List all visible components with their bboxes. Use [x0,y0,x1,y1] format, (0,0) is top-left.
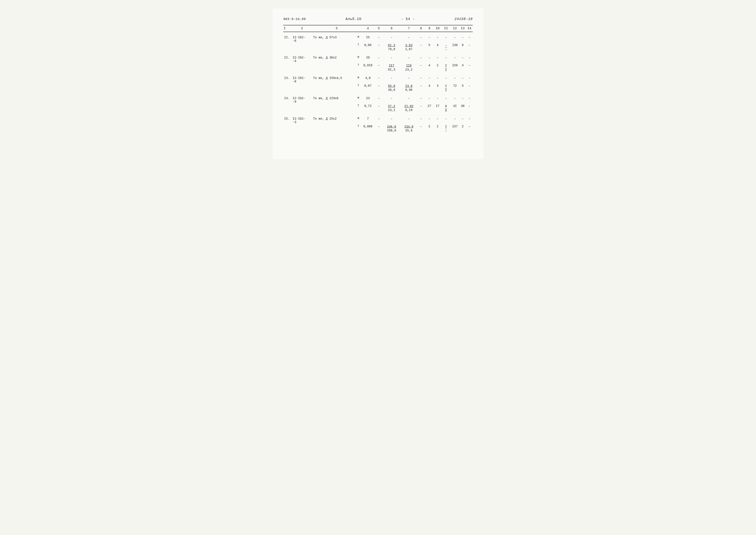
row-col12-t: 72 [450,84,459,93]
row-col4-t: 0,OI8 [361,63,375,72]
row-col8-m: – [417,35,425,43]
row-col13-m: – [459,96,466,104]
row-col8-m: – [417,76,425,84]
row-col7-t: I34,0 25,6 [401,124,417,133]
row-col10-t: 3 [434,84,442,93]
row-col6-t: 246,0 IO6,0 [383,124,400,133]
row-col12-m: – [450,55,459,63]
row-number: I4. [283,96,292,104]
row-number: II. [283,35,292,43]
column-headers: I 2 3 4 5 6 7 8 9 IO II I2 I3 I4 [283,25,473,32]
row-col10-m: – [434,35,442,43]
row-col9-m: – [425,35,434,43]
row-col14-t: – [466,84,473,93]
row-col12-t: 237 [450,124,459,133]
row-col10-t: 2 [434,63,442,72]
table-row: I2. I2-I62- -4 То же, Д 38х2 М IO – – – … [283,55,473,63]
row-id: I2-I62- -3 [292,117,312,124]
row-col11-m: – [442,76,451,84]
table-row: I5. I2-I62- -3 То же, Д 25х2 М 7 – – – –… [283,117,473,124]
row-col5-t: – [375,63,383,72]
row-number: I5. [283,117,292,124]
row-mt-m: М [356,55,361,63]
row-col11-t: I – [442,124,451,133]
row-mt-t: Т [356,104,361,113]
row-col13-t: 2 [459,124,466,133]
row-col13-t: 30 [459,104,466,113]
col-header-9: 9 [425,25,434,32]
row-col12-m: – [450,76,459,84]
row-col5-m: – [375,55,383,63]
col-header-14: I4 [466,25,473,32]
row-col14-m: – [466,55,473,63]
row-t-empty1 [283,124,292,133]
row-col5-m: – [375,76,383,84]
row-col11-t: I I [442,84,451,93]
row-t-empty1 [283,63,292,72]
row-col4-m: I5 [361,35,375,43]
row-col10-t: 4 [434,43,442,52]
row-col7-m: – [401,35,417,43]
row-mt-t: Т [356,63,361,72]
row-col8-m: – [417,55,425,63]
row-col10-m: – [434,117,442,124]
row-col13-m: – [459,76,466,84]
row-desc: То же, Д 38х2 [312,55,356,63]
row-col13-t: 4 [459,63,466,72]
row-col6-t: 8I,3 70,8 [383,43,400,52]
col-header-6: 6 [383,25,400,32]
row-col6-t: 55,8 38,8 [383,84,400,93]
row-t-empty1 [283,43,292,52]
row-col13-m: – [459,55,466,63]
row-col6-m: – [383,55,400,63]
row-col8-t: – [417,124,425,133]
row-col8-t: – [417,43,425,52]
row-col8-m: – [417,117,425,124]
row-col9-m: – [425,76,434,84]
row-col11-t: 2 I [442,63,451,72]
row-mt-t: Т [356,124,361,133]
row-col14-m: – [466,117,473,124]
row-t-empty1 [283,104,292,113]
page-header: 903-9-24.89 Альб.IO - 54 - 24158-10 [283,17,473,21]
col-header-7: 7 [401,25,417,32]
row-col7-t: II9 23,2 [401,63,417,72]
row-mt-t: Т [356,43,361,52]
row-col5-t: – [375,84,383,93]
row-col7-m: – [401,96,417,104]
row-col9-t: 4 [425,84,434,93]
row-col4-m: IO [361,55,375,63]
row-col14-t: – [466,104,473,113]
row-col11-m: – [442,96,451,104]
row-col14-m: – [466,35,473,43]
row-col11-m: – [442,35,451,43]
table-row: I4. I2-I62- -9 То же, Д 2I9х6 М 23 – – –… [283,96,473,104]
row-col8-t: – [417,63,425,72]
row-col5-t: – [375,104,383,113]
table-row-t: Т 0,07 – 55,8 38,8 I3,6 9,96 – 4 3 I I 7… [283,84,473,93]
page-number: - 54 - [401,17,415,21]
row-col6-m: – [383,96,400,104]
row-col4-t: 0,008 [361,124,375,133]
row-desc: То же, Д I59х4,5 [312,76,356,84]
col-header-2: 2 [292,25,312,32]
row-col7-m: – [401,117,417,124]
row-number: I2. [283,55,292,63]
row-t-empty3 [312,43,356,52]
row-t-empty2 [292,124,312,133]
row-col10-m: – [434,55,442,63]
row-col13-m: – [459,35,466,43]
row-col14-t: – [466,63,473,72]
row-col7-m: – [401,76,417,84]
row-col9-t: 27 [425,104,434,113]
row-col12-m: – [450,96,459,104]
row-desc: То же, Д 57х3 [312,35,356,43]
col-header-8: 8 [417,25,425,32]
row-col9-t: 4 [425,63,434,72]
row-t-empty3 [312,104,356,113]
col-header-3: 3 [312,25,361,32]
row-col14-t: – [466,43,473,52]
row-col11-t: – – [442,43,451,52]
doc-number: 903-9-24.89 [283,17,306,21]
row-col10-m: – [434,96,442,104]
